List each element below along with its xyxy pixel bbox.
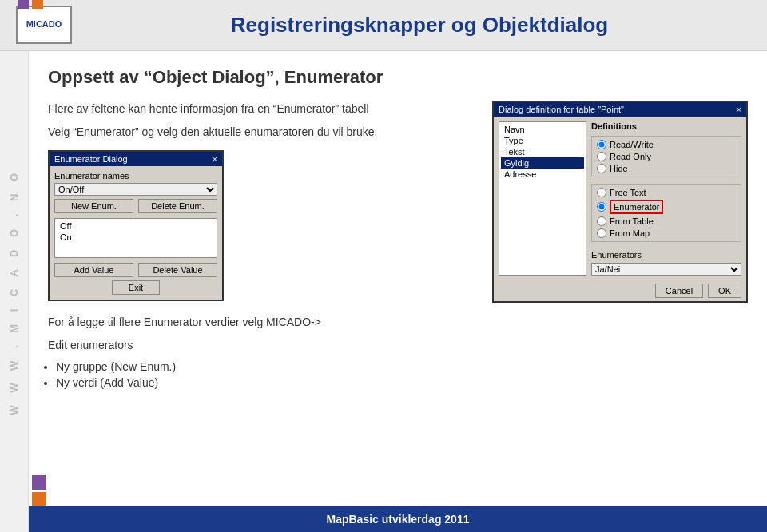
left-panel: Flere av feltene kan hente informasjon f… [48, 101, 476, 392]
paragraph4: Edit enumerators [48, 337, 476, 354]
logo-square-purple [18, 0, 29, 9]
radio-free-text: Free Text [597, 188, 736, 197]
bullet-list: Ny gruppe (New Enum.) Ny verdi (Add Valu… [48, 360, 476, 389]
dialog-definition: Dialog definition for table "Point" × Na… [492, 101, 748, 303]
deco-square-orange [32, 492, 46, 506]
list-item: Off [57, 220, 215, 232]
exit-button[interactable]: Exit [112, 280, 160, 295]
delete-value-button[interactable]: Delete Value [138, 263, 217, 277]
radio-from-table-label: From Table [610, 216, 654, 226]
enum-values-list: Off On [54, 218, 217, 258]
bottom-radio-group: Free Text Enumerator From Table Fro [591, 184, 741, 242]
logo-image: MICADO [16, 6, 72, 44]
radio-from-map: From Map [597, 228, 736, 238]
bullet-item-2: Ny verdi (Add Value) [56, 376, 476, 389]
deco-squares [29, 475, 46, 506]
list-item[interactable]: Type [501, 135, 584, 146]
delete-enum-button[interactable]: Delete Enum. [138, 199, 217, 213]
radio-free-text-input[interactable] [597, 188, 606, 197]
logo-square-orange [32, 0, 43, 9]
radio-read-write-input[interactable] [597, 140, 606, 149]
radio-hide-label: Hide [610, 164, 628, 173]
radio-hide: Hide [597, 164, 736, 173]
sidebar-watermark: W W W . M I C A D O . N O [0, 51, 29, 532]
definitions-panel: Definitions Read/Write Read Only [591, 121, 741, 276]
enum-names-select[interactable]: On/Off [54, 183, 217, 196]
enum-new-delete-row: New Enum. Delete Enum. [54, 199, 217, 213]
content-area: Flere av feltene kan hente informasjon f… [48, 101, 748, 392]
enumerators-select[interactable]: Ja/Nei [591, 263, 741, 276]
radio-read-write: Read/Write [597, 140, 736, 149]
footer-text: MapBasic utviklerdag 2011 [327, 513, 470, 526]
radio-from-map-input[interactable] [597, 228, 606, 238]
dialog-def-buttons: Cancel OK [494, 280, 746, 301]
top-radio-group: Read/Write Read Only Hide [591, 136, 741, 177]
list-item[interactable]: Adresse [501, 169, 584, 180]
logo-text: MICADO [26, 19, 62, 30]
main-content: Oppsett av “Object Dialog”, Enumerator F… [29, 51, 767, 532]
field-list: Navn Type Tekst Gyldig Adresse [499, 121, 586, 276]
radio-read-only-input[interactable] [597, 152, 606, 161]
radio-enumerator: Enumerator [597, 200, 736, 214]
enumerators-label: Enumerators [591, 250, 741, 260]
ok-button[interactable]: OK [708, 284, 741, 298]
list-item: On [57, 232, 215, 243]
enum-exit-row: Exit [54, 280, 217, 295]
enum-names-label: Enumerator names [54, 171, 217, 181]
list-item[interactable]: Navn [501, 124, 584, 135]
dialog-def-titlebar: Dialog definition for table "Point" × [494, 102, 746, 117]
list-item[interactable]: Tekst [501, 146, 584, 157]
enum-add-delete-row: Add Value Delete Value [54, 263, 217, 277]
dialog-def-close-icon[interactable]: × [737, 105, 741, 114]
radio-read-only: Read Only [597, 152, 736, 161]
header: MICADO Registreringsknapper og Objektdia… [0, 0, 767, 51]
radio-read-write-label: Read/Write [610, 140, 654, 149]
radio-read-only-label: Read Only [610, 152, 651, 161]
enum-dialog-close-icon[interactable]: × [213, 154, 217, 164]
radio-enumerator-input[interactable] [597, 202, 606, 212]
deco-square-purple [32, 475, 46, 490]
radio-enumerator-label: Enumerator [610, 200, 663, 214]
paragraph2: Velg “Enumerator” og velg den aktuelle e… [48, 124, 476, 141]
radio-free-text-label: Free Text [610, 188, 646, 197]
list-item-selected[interactable]: Gyldig [501, 157, 584, 169]
enum-dialog-title-text: Enumerator Dialog [54, 154, 128, 164]
radio-from-table: From Table [597, 216, 736, 226]
header-title: Registreringsknapper og Objektdialog [88, 13, 751, 38]
paragraph3: For å legge til flere Enumerator verdier… [48, 314, 476, 331]
footer: MapBasic utviklerdag 2011 [29, 506, 767, 532]
cancel-button[interactable]: Cancel [655, 284, 703, 298]
dialog-def-body: Navn Type Tekst Gyldig Adresse Definitio… [494, 117, 746, 280]
new-enum-button[interactable]: New Enum. [54, 199, 133, 213]
radio-from-table-input[interactable] [597, 216, 606, 226]
logo-box: MICADO [16, 6, 72, 44]
bullet-item-1: Ny gruppe (New Enum.) [56, 360, 476, 373]
enumerator-dialog: Enumerator Dialog × Enumerator names On/… [48, 150, 224, 301]
add-value-button[interactable]: Add Value [54, 263, 133, 277]
enum-dialog-titlebar: Enumerator Dialog × [50, 152, 222, 166]
definitions-label: Definitions [591, 121, 741, 131]
enum-dialog-body: Enumerator names On/Off New Enum. Delete… [50, 166, 222, 300]
radio-hide-input[interactable] [597, 164, 606, 173]
paragraph1: Flere av feltene kan hente informasjon f… [48, 101, 476, 117]
radio-from-map-label: From Map [610, 228, 650, 238]
watermark-text: W W W . M I C A D O . N O [8, 169, 20, 415]
dialog-def-title-text: Dialog definition for table "Point" [499, 105, 624, 114]
page-title: Oppsett av “Object Dialog”, Enumerator [48, 67, 748, 88]
